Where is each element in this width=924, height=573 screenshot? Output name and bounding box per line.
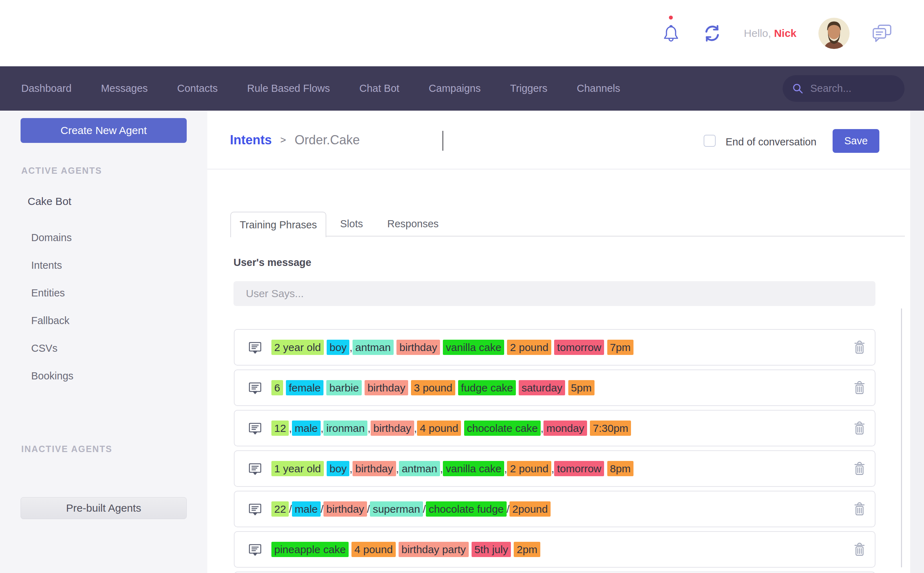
- user-name: Nick: [774, 27, 796, 39]
- list-scrollbar-thumb[interactable]: [901, 308, 902, 567]
- comment-icon: [248, 502, 262, 516]
- entity-token-day[interactable]: monday: [543, 421, 587, 436]
- entity-token-flavor[interactable]: vanilla cake: [443, 340, 504, 355]
- phrase-text: 22/male/birthday/superman/chocolate fudg…: [272, 503, 551, 515]
- main-content: Intents > Order.Cake End of conversation…: [207, 111, 924, 573]
- entity-token-time[interactable]: 2pm: [514, 542, 540, 557]
- phrase-text: pineapple cake 4 pound birthday party 5t…: [272, 543, 540, 556]
- entity-token-age[interactable]: 6: [272, 380, 283, 395]
- create-new-agent-button[interactable]: Create New Agent: [20, 118, 187, 143]
- sidebar-item-csvs[interactable]: CSVs: [31, 334, 73, 362]
- nav-item-chat-bot[interactable]: Chat Bot: [359, 83, 399, 94]
- entity-token-occasion[interactable]: birthday: [371, 421, 414, 436]
- nav-item-messages[interactable]: Messages: [101, 83, 148, 94]
- save-button[interactable]: Save: [833, 129, 879, 153]
- entity-token-age[interactable]: 1 year old: [272, 461, 324, 476]
- comment-icon: [248, 421, 262, 435]
- training-phrase-row: [234, 571, 876, 573]
- entity-token-flavor[interactable]: vanilla cake: [443, 461, 504, 476]
- page-scrollbar-track[interactable]: [910, 111, 924, 573]
- entity-token-occasion[interactable]: birthday: [396, 340, 440, 355]
- tab-responses[interactable]: Responses: [387, 212, 439, 236]
- tab-training-phrases[interactable]: Training Phrases: [230, 212, 326, 237]
- avatar[interactable]: [818, 18, 850, 49]
- end-of-conversation-checkbox[interactable]: [704, 135, 716, 147]
- active-agents-header: ACTIVE AGENTS: [21, 166, 102, 176]
- training-phrase-row: 2 year old boy,antman birthday vanilla c…: [234, 329, 876, 366]
- breadcrumb-intents-link[interactable]: Intents: [230, 133, 272, 147]
- intent-name[interactable]: Order.Cake: [294, 133, 360, 147]
- entity-token-gender[interactable]: male: [292, 421, 321, 436]
- entity-token-character[interactable]: barbie: [326, 380, 361, 395]
- end-of-conversation-label: End of conversation: [726, 136, 816, 148]
- entity-token-age[interactable]: 12: [272, 421, 289, 436]
- sidebar-item-fallback[interactable]: Fallback: [31, 307, 73, 334]
- entity-token-weight[interactable]: 2 pound: [507, 340, 551, 355]
- entity-token-age[interactable]: 2 year old: [272, 340, 324, 355]
- entity-token-gender[interactable]: boy: [327, 340, 349, 355]
- entity-token-flavor[interactable]: chocolate fudge: [426, 501, 507, 517]
- entity-token-gender[interactable]: female: [286, 380, 323, 395]
- main-navbar: DashboardMessagesContactsRule Based Flow…: [0, 66, 924, 111]
- entity-token-flavor[interactable]: chocolate cake: [464, 421, 541, 436]
- entity-token-weight[interactable]: 2pound: [509, 501, 551, 517]
- tab-slots[interactable]: Slots: [340, 212, 363, 236]
- delete-phrase-button[interactable]: [854, 421, 866, 435]
- entity-token-time[interactable]: 7pm: [607, 340, 634, 355]
- entity-token-weight[interactable]: 4 pound: [351, 542, 395, 557]
- nav-item-dashboard[interactable]: Dashboard: [21, 83, 72, 94]
- delete-phrase-button[interactable]: [854, 543, 866, 557]
- intent-topbar: Intents > Order.Cake End of conversation…: [207, 111, 924, 169]
- entity-token-character[interactable]: ironman: [323, 421, 367, 436]
- entity-token-character[interactable]: superman: [370, 501, 423, 517]
- sidebar-item-bookings[interactable]: Bookings: [31, 362, 73, 390]
- nav-item-campaigns[interactable]: Campaigns: [429, 83, 481, 94]
- entity-token-weight[interactable]: 4 pound: [417, 421, 461, 436]
- entity-token-day[interactable]: 5th july: [471, 542, 511, 557]
- entity-token-weight[interactable]: 2 pound: [507, 461, 551, 476]
- nav-item-triggers[interactable]: Triggers: [510, 83, 547, 94]
- prebuilt-agents-button[interactable]: Pre-built Agents: [20, 497, 187, 519]
- entity-token-gender[interactable]: male: [292, 501, 321, 517]
- messages-button[interactable]: [872, 24, 893, 43]
- entity-token-gender[interactable]: boy: [327, 461, 349, 476]
- entity-token-occasion[interactable]: birthday: [365, 380, 408, 395]
- entity-token-day[interactable]: saturday: [519, 380, 565, 395]
- entity-token-time[interactable]: 5pm: [568, 380, 595, 395]
- delete-phrase-button[interactable]: [854, 502, 866, 516]
- entity-token-character[interactable]: antman: [399, 461, 440, 476]
- avatar-image: [818, 18, 850, 49]
- sidebar-item-entities[interactable]: Entities: [31, 279, 73, 307]
- user-says-input[interactable]: [234, 281, 876, 306]
- entity-token-day[interactable]: tomorrow: [554, 461, 604, 476]
- nav-item-channels[interactable]: Channels: [577, 83, 620, 94]
- entity-token-time[interactable]: 7:30pm: [590, 421, 631, 436]
- chat-bubbles-icon: [872, 24, 893, 43]
- comment-icon: [248, 340, 262, 355]
- delete-phrase-button[interactable]: [854, 462, 866, 476]
- search-input[interactable]: [810, 83, 892, 94]
- sidebar-item-domains[interactable]: Domains: [31, 224, 73, 251]
- sidebar-item-intents[interactable]: Intents: [31, 251, 73, 279]
- entity-token-weight[interactable]: 3 pound: [411, 380, 455, 395]
- entity-token-flavor[interactable]: pineapple cake: [272, 542, 349, 557]
- notifications-button[interactable]: [662, 23, 680, 43]
- comment-icon: [248, 543, 262, 557]
- training-phrase-row: 6 female barbie birthday 3 pound fudge c…: [234, 369, 876, 406]
- entity-token-day[interactable]: tomorrow: [554, 340, 604, 355]
- entity-token-occasion[interactable]: birthday: [353, 461, 396, 476]
- entity-token-age[interactable]: 22: [272, 501, 289, 517]
- delete-phrase-button[interactable]: [854, 340, 866, 355]
- delete-phrase-button[interactable]: [854, 381, 866, 395]
- sidebar-item-cake-bot[interactable]: Cake Bot: [28, 196, 71, 207]
- entity-token-flavor[interactable]: fudge cake: [458, 380, 516, 395]
- users-message-heading: User's message: [234, 257, 311, 268]
- nav-item-rule-based-flows[interactable]: Rule Based Flows: [247, 83, 330, 94]
- breadcrumb: Intents > Order.Cake: [230, 111, 360, 169]
- entity-token-occasion[interactable]: birthday: [323, 501, 367, 517]
- nav-item-contacts[interactable]: Contacts: [177, 83, 217, 94]
- entity-token-time[interactable]: 8pm: [607, 461, 634, 476]
- refresh-button[interactable]: [702, 23, 722, 43]
- entity-token-character[interactable]: antman: [353, 340, 393, 355]
- entity-token-occasion[interactable]: birthday party: [399, 542, 469, 557]
